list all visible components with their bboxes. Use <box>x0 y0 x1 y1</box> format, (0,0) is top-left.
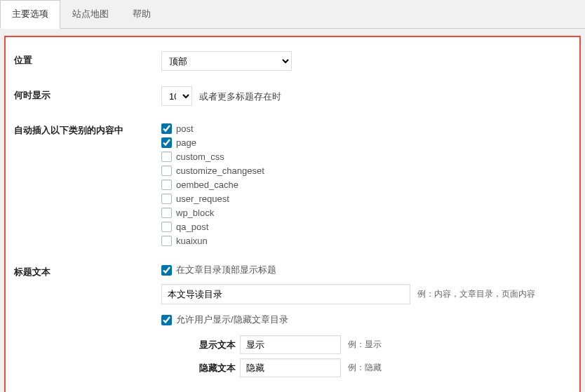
label-when-show: 何时显示 <box>14 86 161 102</box>
tab-help[interactable]: 帮助 <box>121 0 163 28</box>
label-show-text: 显示文本 <box>192 339 236 351</box>
example-heading-text: 例：内容，文章目录，页面内容 <box>417 288 535 300</box>
when-show-suffix: 或者更多标题存在时 <box>199 91 281 102</box>
checkbox-wp-block[interactable] <box>161 208 172 218</box>
tabs: 主要选项 站点地图 帮助 <box>0 0 585 29</box>
checkbox-label-allow-toggle[interactable]: 允许用户显示/隐藏文章目录 <box>176 313 288 326</box>
checkbox-oembed-cache[interactable] <box>161 180 172 190</box>
checkbox-label-custom-css[interactable]: custom_css <box>176 151 224 162</box>
example-hide-text: 例：隐藏 <box>348 362 382 374</box>
input-heading-text[interactable] <box>161 284 410 304</box>
label-position: 位置 <box>14 51 161 67</box>
tab-sitemap[interactable]: 站点地图 <box>60 0 121 28</box>
settings-panel: 位置 顶部 何时显示 10 或者更多标题存在时 自动插入以下类别的内容中 pos… <box>4 36 581 392</box>
input-show-text[interactable] <box>240 335 341 354</box>
label-heading-text: 标题文本 <box>14 263 161 278</box>
checkbox-kuaixun[interactable] <box>161 236 172 246</box>
checkbox-label-post[interactable]: post <box>176 123 194 134</box>
checkbox-label-kuaixun[interactable]: kuaixun <box>176 236 208 246</box>
label-hide-text: 隐藏文本 <box>192 362 236 374</box>
checkbox-label-customize-changeset[interactable]: customize_changeset <box>176 165 264 176</box>
checkbox-qa-post[interactable] <box>161 222 172 232</box>
row-position: 位置 顶部 <box>14 51 571 71</box>
checkbox-label-user-request[interactable]: user_request <box>176 194 229 204</box>
checkbox-page[interactable] <box>161 137 172 148</box>
checkbox-label-show-heading[interactable]: 在文章目录顶部显示标题 <box>176 264 276 276</box>
checkbox-user-request[interactable] <box>161 194 172 204</box>
row-heading-text: 标题文本 在文章目录顶部显示标题 例：内容，文章目录，页面内容 允许用户显示/隐… <box>14 263 571 381</box>
checkbox-post[interactable] <box>161 123 172 134</box>
checkbox-allow-toggle[interactable] <box>161 315 172 325</box>
select-when-show[interactable]: 10 <box>161 86 192 106</box>
checkbox-label-wp-block[interactable]: wp_block <box>176 208 214 218</box>
checkbox-label-qa-post[interactable]: qa_post <box>176 222 208 232</box>
checkbox-customize-changeset[interactable] <box>161 165 172 176</box>
select-position[interactable]: 顶部 <box>161 51 292 71</box>
checkbox-label-page[interactable]: page <box>176 137 196 148</box>
row-when-show: 何时显示 10 或者更多标题存在时 <box>14 86 571 106</box>
tab-main-options[interactable]: 主要选项 <box>0 0 60 29</box>
auto-insert-options: post page custom_css customize_changeset… <box>161 121 571 248</box>
label-auto-insert: 自动插入以下类别的内容中 <box>14 121 161 137</box>
example-show-text: 例：显示 <box>348 339 382 351</box>
checkbox-show-heading[interactable] <box>161 265 172 276</box>
checkbox-custom-css[interactable] <box>161 151 172 162</box>
checkbox-label-oembed-cache[interactable]: oembed_cache <box>176 180 238 190</box>
row-auto-insert: 自动插入以下类别的内容中 post page custom_css custom… <box>14 121 571 248</box>
input-hide-text[interactable] <box>240 358 341 377</box>
